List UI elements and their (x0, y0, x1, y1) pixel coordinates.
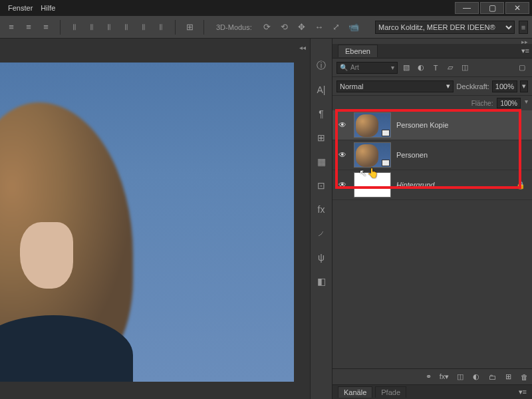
panel-tabs: Ebenen ▾≡ (332, 44, 532, 59)
workspace-selector[interactable]: Marco Kolditz, MEER DER IDEEN® (375, 21, 515, 34)
tab-layers[interactable]: Ebenen (338, 45, 378, 57)
layer-name[interactable]: Hintergrund (396, 181, 511, 189)
paragraph-panel-icon[interactable]: ¶ (314, 106, 329, 121)
link-layers-icon[interactable]: ⚭ (423, 372, 434, 382)
auto-align-icon[interactable]: ⊞ (182, 20, 197, 35)
layer-effects-icon[interactable]: fx▾ (439, 372, 450, 382)
filter-adjustment-icon[interactable]: ◐ (415, 62, 427, 74)
filter-pixel-icon[interactable]: ▧ (400, 62, 412, 74)
navigator-panel-icon[interactable]: ⊡ (314, 178, 329, 193)
swatches-panel-icon[interactable]: ⊞ (314, 130, 329, 145)
layer-row[interactable]: 👁 Hintergrund 🔒 (332, 170, 532, 200)
layer-filter-type[interactable]: 🔍 Art ▾ (336, 62, 398, 74)
main-menu: Fenster Hilfe (3, 4, 55, 12)
3d-pan-icon[interactable]: ✥ (295, 20, 309, 35)
maximize-button[interactable]: ▢ (480, 2, 504, 14)
3d-orbit-icon[interactable]: ⟳ (260, 20, 275, 35)
fill-value[interactable]: 100% (497, 98, 521, 108)
info-panel-icon[interactable]: ⓘ (314, 59, 329, 73)
filter-toggle-icon[interactable]: ▢ (516, 62, 528, 74)
opacity-label: Deckkraft: (456, 82, 489, 90)
collapsed-panel-dock: ⓘ A| ¶ ⊞ ▦ ⊡ fx ⟋ ψ ◧ (310, 39, 332, 399)
visibility-toggle-icon[interactable]: 👁 (336, 180, 348, 190)
document-image[interactable] (0, 63, 294, 382)
align-right-icon[interactable]: ≡ (39, 20, 53, 35)
add-mask-icon[interactable]: ◫ (455, 372, 466, 382)
lock-fill-row: Fläche: 100% ▾ (332, 96, 532, 110)
layer-thumbnail[interactable] (354, 112, 391, 138)
search-icon: 🔍 (340, 64, 348, 71)
distribute-6-icon[interactable]: ⫴ (154, 20, 168, 35)
align-center-icon[interactable]: ≡ (21, 20, 36, 35)
distribute-2-icon[interactable]: ⫴ (84, 20, 99, 35)
filter-smart-icon[interactable]: ◫ (459, 62, 471, 74)
blend-mode-select[interactable]: Normal ▾ (336, 80, 454, 92)
brushes-panel-icon[interactable]: ⟋ (314, 226, 329, 241)
filter-type-icon[interactable]: T (430, 62, 442, 74)
layers-list: 👁 Personen Kopie 👁 Personen 👁 Hintergrun… (332, 110, 532, 368)
adjustments-panel-icon[interactable]: ◧ (314, 274, 329, 289)
opacity-control: Deckkraft: 100% ▾ (456, 80, 528, 92)
opacity-value[interactable]: 100% (492, 80, 517, 92)
smart-object-icon (382, 160, 390, 166)
3d-slide-icon[interactable]: ↔ (312, 20, 327, 35)
filter-shape-icon[interactable]: ▱ (444, 62, 456, 74)
menu-window[interactable]: Fenster (8, 4, 33, 12)
mode-3d-label: 3D-Modus: (216, 23, 252, 31)
panel-collapse-icon[interactable]: ▸▸ (332, 39, 532, 44)
tab-paths[interactable]: Pfade (375, 386, 406, 398)
layers-panel-footer: ⚭ fx▾ ◫ ◐ 🗀 ⊞ 🗑 (332, 368, 532, 384)
distribute-3-icon[interactable]: ⫴ (102, 20, 116, 35)
panel-menu-icon[interactable]: ▾≡ (519, 388, 527, 396)
3d-scale-icon[interactable]: ⤢ (329, 20, 344, 35)
new-group-icon[interactable]: 🗀 (487, 372, 497, 382)
options-bar: ≡ ≡ ≡ ⫴ ⫴ ⫴ ⫴ ⫴ ⫴ ⊞ 3D-Modus: ⟳ ⟲ ✥ ↔ ⤢ … (0, 16, 532, 39)
layer-filter-row: 🔍 Art ▾ ▧ ◐ T ▱ ◫ ▢ (332, 59, 532, 77)
layer-name[interactable]: Personen Kopie (396, 121, 528, 129)
tab-channels[interactable]: Kanäle (338, 386, 372, 398)
distribute-4-icon[interactable]: ⫴ (119, 20, 134, 35)
filter-type-label: Art (350, 64, 359, 71)
layer-name[interactable]: Personen (396, 151, 528, 159)
layer-thumbnail[interactable] (354, 172, 391, 198)
3d-camera-icon[interactable]: 📹 (346, 20, 361, 35)
layer-row[interactable]: 👁 Personen Kopie (332, 110, 532, 140)
distribute-5-icon[interactable]: ⫴ (136, 20, 151, 35)
layers-panel: ▸▸ Ebenen ▾≡ 🔍 Art ▾ ▧ ◐ T ▱ ◫ ▢ Normal … (332, 39, 532, 399)
distribute-1-icon[interactable]: ⫴ (67, 20, 82, 35)
collapse-dock-icon[interactable]: ◂◂ (295, 43, 310, 53)
character-panel-icon[interactable]: A| (314, 82, 329, 97)
lock-icon[interactable]: 🔒 (516, 181, 528, 190)
align-left-icon[interactable]: ≡ (4, 20, 19, 35)
layer-row[interactable]: 👁 Personen (332, 140, 532, 170)
menu-help[interactable]: Hilfe (41, 4, 55, 12)
close-button[interactable]: ✕ (505, 2, 529, 14)
brush-presets-panel-icon[interactable]: ψ (314, 250, 329, 265)
photo-subject-hand (20, 222, 73, 289)
delete-layer-icon[interactable]: 🗑 (519, 372, 529, 382)
chevron-down-icon: ▾ (446, 82, 450, 90)
histogram-panel-icon[interactable]: ▦ (314, 154, 329, 169)
fill-slider-icon[interactable]: ▾ (525, 98, 528, 108)
visibility-toggle-icon[interactable]: 👁 (336, 150, 348, 160)
smart-object-icon (382, 130, 390, 136)
chevron-down-icon: ▾ (391, 64, 394, 71)
panel-menu-icon[interactable]: ▾≡ (521, 47, 529, 55)
new-adjustment-icon[interactable]: ◐ (471, 372, 481, 382)
minimize-button[interactable]: — (455, 2, 479, 14)
new-layer-icon[interactable]: ⊞ (503, 372, 513, 382)
styles-panel-icon[interactable]: fx (314, 202, 329, 217)
bottom-panel-tabs: Kanäle Pfade ▾≡ (332, 384, 532, 399)
fill-label: Fläche: (471, 100, 493, 107)
blend-mode-value: Normal (340, 82, 363, 90)
visibility-toggle-icon[interactable]: 👁 (336, 120, 348, 130)
canvas-area: ◂◂ (0, 39, 310, 399)
title-bar: Fenster Hilfe — ▢ ✕ (0, 0, 532, 16)
workspace-dropdown-icon[interactable]: ≡ (519, 21, 528, 34)
window-controls: — ▢ ✕ (455, 2, 529, 14)
layer-thumbnail[interactable] (354, 142, 391, 168)
opacity-slider-icon[interactable]: ▾ (520, 80, 528, 92)
blend-opacity-row: Normal ▾ Deckkraft: 100% ▾ (332, 77, 532, 96)
3d-roll-icon[interactable]: ⟲ (277, 20, 292, 35)
